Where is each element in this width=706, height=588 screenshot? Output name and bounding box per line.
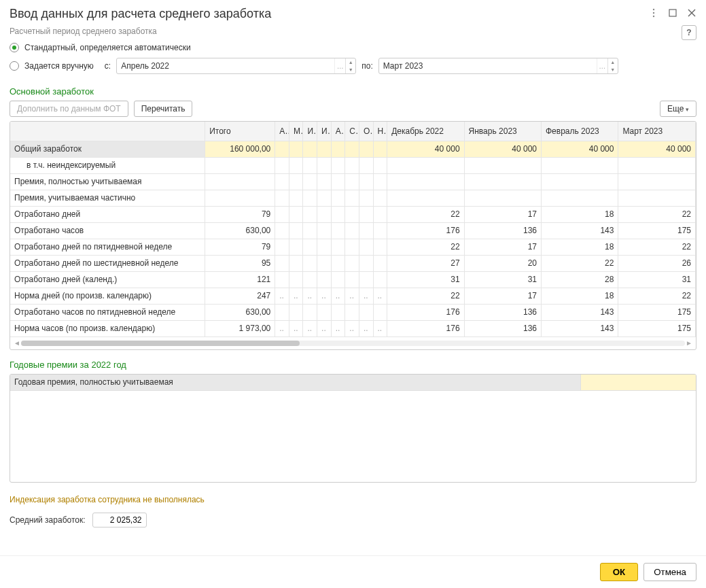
cell-month-value[interactable]: 22 (618, 206, 696, 222)
cell-short-month[interactable] (345, 206, 359, 222)
cell-short-month[interactable] (317, 141, 332, 157)
cell-month-value[interactable]: 17 (464, 206, 541, 222)
cell-month-value[interactable] (618, 190, 696, 206)
cell-short-month[interactable] (359, 239, 373, 255)
cell-short-month[interactable] (275, 239, 289, 255)
cell-month-value[interactable] (541, 157, 618, 173)
row-total[interactable]: 630,00 (205, 222, 275, 239)
cell-short-month[interactable] (289, 173, 303, 190)
cell-short-month[interactable] (303, 141, 317, 157)
row-total[interactable]: 247 (205, 288, 275, 304)
cell-month-value[interactable]: 22 (618, 288, 696, 304)
cell-month-value[interactable]: 143 (541, 304, 618, 320)
row-total[interactable] (205, 157, 275, 173)
cell-short-month[interactable] (345, 239, 359, 255)
cell-month-value[interactable]: 176 (387, 222, 464, 239)
cell-month-value[interactable]: 17 (464, 288, 541, 304)
radio-period-manual[interactable] (10, 61, 19, 71)
scroll-left-icon[interactable]: ◄ (13, 339, 21, 347)
cell-short-month[interactable] (345, 173, 359, 190)
row-total[interactable]: 160 000,00 (205, 141, 275, 157)
row-total[interactable]: 95 (205, 255, 275, 271)
cell-short-month[interactable] (317, 190, 332, 206)
cell-short-month[interactable] (317, 255, 332, 271)
cell-short-month[interactable] (373, 141, 387, 157)
cell-short-month[interactable] (331, 255, 345, 271)
row-total[interactable]: 121 (205, 271, 275, 288)
fill-by-fot-button[interactable]: Дополнить по данным ФОТ (10, 101, 128, 117)
cell-month-value[interactable] (387, 173, 464, 190)
cell-month-value[interactable]: 18 (541, 288, 618, 304)
cell-month-value[interactable] (387, 190, 464, 206)
cell-short-month[interactable] (317, 304, 332, 320)
cell-short-month[interactable] (373, 304, 387, 320)
cell-month-value[interactable]: 40 000 (618, 141, 696, 157)
cell-short-month[interactable] (359, 304, 373, 320)
cell-short-month[interactable] (317, 206, 332, 222)
cell-short-month[interactable] (303, 304, 317, 320)
row-total[interactable]: 1 973,00 (205, 320, 275, 336)
cell-short-month[interactable]: .. (331, 320, 345, 336)
scroll-right-icon[interactable]: ► (685, 339, 693, 347)
row-total[interactable]: 79 (205, 239, 275, 255)
cell-short-month[interactable]: .. (275, 320, 289, 336)
cell-short-month[interactable] (303, 222, 317, 239)
cell-short-month[interactable] (275, 304, 289, 320)
close-icon[interactable] (687, 8, 696, 20)
cell-month-value[interactable] (618, 173, 696, 190)
cell-short-month[interactable] (359, 157, 373, 173)
cell-month-value[interactable] (464, 190, 541, 206)
cell-short-month[interactable] (275, 222, 289, 239)
row-total[interactable]: 630,00 (205, 304, 275, 320)
cell-short-month[interactable] (275, 190, 289, 206)
cell-short-month[interactable] (331, 141, 345, 157)
cell-short-month[interactable] (373, 157, 387, 173)
cell-short-month[interactable] (289, 239, 303, 255)
cell-month-value[interactable] (464, 173, 541, 190)
cell-month-value[interactable]: 40 000 (541, 141, 618, 157)
cell-short-month[interactable] (289, 222, 303, 239)
table-row[interactable]: Отработано дней7922171822 (10, 206, 696, 222)
cell-short-month[interactable] (317, 173, 332, 190)
cell-short-month[interactable] (359, 255, 373, 271)
period-to-spin-up-icon[interactable]: ▲ (608, 58, 618, 66)
row-total[interactable]: 79 (205, 206, 275, 222)
cell-month-value[interactable] (541, 190, 618, 206)
table-row[interactable]: Отработано часов по пятидневной неделе63… (10, 304, 696, 320)
cell-short-month[interactable] (275, 255, 289, 271)
cell-month-value[interactable]: 176 (387, 304, 464, 320)
cell-short-month[interactable] (331, 206, 345, 222)
cell-short-month[interactable] (373, 222, 387, 239)
cell-short-month[interactable] (345, 255, 359, 271)
cell-short-month[interactable]: .. (359, 320, 373, 336)
cell-short-month[interactable] (331, 173, 345, 190)
cell-short-month[interactable]: .. (373, 288, 387, 304)
cell-short-month[interactable] (373, 206, 387, 222)
cell-month-value[interactable]: 136 (464, 320, 541, 336)
table-row[interactable]: Отработано часов630,00176136143175 (10, 222, 696, 239)
cell-short-month[interactable] (303, 239, 317, 255)
cell-month-value[interactable]: 27 (387, 255, 464, 271)
cell-short-month[interactable] (331, 304, 345, 320)
cell-short-month[interactable]: .. (345, 288, 359, 304)
cell-short-month[interactable]: .. (303, 288, 317, 304)
recalc-button[interactable]: Перечитать (134, 101, 193, 117)
cell-short-month[interactable] (359, 206, 373, 222)
cell-month-value[interactable]: 175 (618, 320, 696, 336)
table-row[interactable]: Норма часов (по произв. календарю)1 973,… (10, 320, 696, 336)
ok-button[interactable]: ОК (600, 563, 639, 581)
period-to-input[interactable] (379, 59, 597, 73)
cell-month-value[interactable]: 31 (618, 271, 696, 288)
cell-month-value[interactable] (387, 157, 464, 173)
maximize-icon[interactable] (668, 8, 677, 20)
cell-short-month[interactable] (303, 255, 317, 271)
cell-month-value[interactable]: 22 (387, 239, 464, 255)
cell-month-value[interactable]: 136 (464, 304, 541, 320)
cell-short-month[interactable] (275, 271, 289, 288)
table-row[interactable]: Премия, учитываемая частично (10, 190, 696, 206)
cell-short-month[interactable] (345, 222, 359, 239)
cell-short-month[interactable] (359, 271, 373, 288)
cell-short-month[interactable] (373, 239, 387, 255)
help-button[interactable]: ? (682, 25, 696, 40)
cell-short-month[interactable] (289, 141, 303, 157)
